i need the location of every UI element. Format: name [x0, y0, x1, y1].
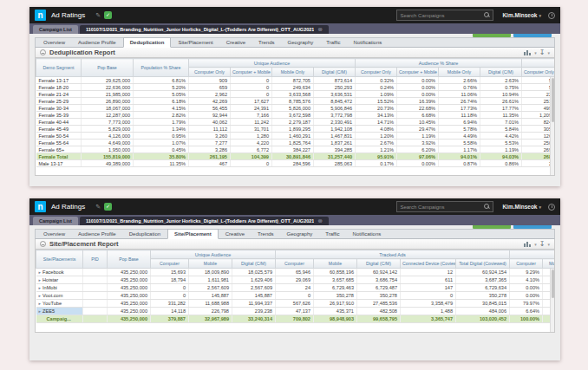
- column-header[interactable]: Pop Base: [108, 250, 151, 269]
- download-icon[interactable]: ↧: [539, 241, 546, 247]
- table-row[interactable]: Female 21-2421,985,0005.05%2,96203,633,5…: [36, 91, 556, 98]
- scrollbar-thumb[interactable]: [552, 269, 554, 298]
- tab-audience-profile[interactable]: Audience Profile: [72, 230, 122, 238]
- tab-notifications[interactable]: Notifications: [347, 230, 388, 238]
- column-header[interactable]: Site/Placements: [36, 250, 83, 269]
- table-row[interactable]: ▸ZEE5435,250,00014,118226,798239,23847,1…: [36, 308, 556, 315]
- table-row[interactable]: ▸InMobi435,250,00002,567,6092,567,609246…: [36, 284, 556, 292]
- nielsen-logo[interactable]: n: [35, 10, 46, 21]
- vertical-scrollbar[interactable]: [550, 77, 554, 175]
- shield-icon[interactable]: ✓: [104, 203, 112, 211]
- chart-icon[interactable]: [524, 49, 532, 55]
- table-row[interactable]: Female 40-447,773,0001.79%40,06211,2422,…: [36, 119, 556, 126]
- search-icon[interactable]: [484, 204, 490, 210]
- blue-chip[interactable]: [513, 225, 552, 229]
- column-header[interactable]: Demo Segment: [36, 59, 82, 77]
- expand-icon[interactable]: ▸: [39, 269, 42, 275]
- tab-deduplication[interactable]: Deduplication: [123, 37, 172, 48]
- campaign-list-tab[interactable]: Campaign List: [33, 217, 78, 225]
- expand-icon[interactable]: ▸: [39, 293, 42, 298]
- total-row[interactable]: Campaig...435,250,000379,88732,967,98933…: [36, 315, 556, 323]
- green-chip[interactable]: [473, 34, 511, 37]
- tab-traffic[interactable]: Traffic: [320, 38, 346, 47]
- download-menu-chevron-icon[interactable]: ▾: [547, 50, 550, 55]
- tab-geography[interactable]: Geography: [281, 230, 319, 238]
- column-header[interactable]: Computer + Mobile: [231, 68, 272, 77]
- column-header[interactable]: Computer Only: [522, 68, 555, 77]
- column-header[interactable]: Mobile Only: [272, 68, 314, 77]
- tab-creative[interactable]: Creative: [220, 38, 252, 47]
- tab-trends[interactable]: Trends: [252, 230, 279, 238]
- column-header[interactable]: Computer Only: [356, 68, 397, 77]
- column-header[interactable]: Digital (C/M): [232, 259, 276, 269]
- column-header[interactable]: Computer: [276, 259, 314, 269]
- campaign-tab[interactable]: 110107/1/2021_Branding_Nutrition_Junior …: [80, 217, 329, 225]
- table-row[interactable]: Female 45-495,829,0001.34%11,11231,7011,…: [36, 126, 556, 133]
- table-row[interactable]: Male 13-1749,389,00011.35%4670284,596285…: [36, 160, 556, 167]
- download-menu-chevron-icon[interactable]: ▾: [547, 242, 550, 247]
- table-row[interactable]: ▸Voot.com435,250,0000145,887145,8870350,…: [36, 292, 556, 300]
- table-row[interactable]: Female 65+1,950,0000.45%3,2866,772384,22…: [36, 146, 556, 153]
- column-header[interactable]: PID: [83, 250, 108, 269]
- expand-icon[interactable]: ▸: [39, 308, 42, 314]
- tab-traffic[interactable]: Traffic: [319, 230, 345, 238]
- column-header[interactable]: Digital (C/M): [357, 259, 401, 269]
- tab-site-placement[interactable]: Site/Placement: [167, 229, 219, 239]
- column-header[interactable]: Mobile Only: [439, 68, 480, 77]
- campaign-tab[interactable]: 110107/1/2021_Branding_Nutrition_Junior …: [80, 25, 329, 34]
- edit-icon[interactable]: ✎: [95, 12, 101, 19]
- search-icon[interactable]: [484, 12, 490, 18]
- table-row[interactable]: Female 55-644,649,0001.07%7,2774,2201,82…: [36, 140, 556, 146]
- search-input[interactable]: [400, 13, 482, 18]
- column-header[interactable]: Computer: [510, 259, 543, 269]
- chart-icon[interactable]: [524, 241, 532, 247]
- close-icon[interactable]: ⊗: [317, 217, 322, 225]
- column-header[interactable]: Total Digital (Coviewed): [456, 259, 510, 269]
- tab-creative[interactable]: Creative: [219, 230, 251, 238]
- table-row[interactable]: ▸Facebook435,250,00015,69318,009,89018,0…: [36, 269, 556, 276]
- user-menu[interactable]: Kim.Minseok ▾: [502, 12, 541, 18]
- collapse-icon[interactable]: [40, 241, 46, 247]
- tab-site-placement[interactable]: Site/Placement: [172, 38, 219, 47]
- tab-overview[interactable]: Overview: [37, 230, 71, 238]
- table-row[interactable]: Female 35-3912,287,0002.82%92,9447,1663,…: [36, 112, 556, 119]
- tab-notifications[interactable]: Notifications: [348, 38, 389, 47]
- total-row[interactable]: Female Total155,819,00035.80%261,195104,…: [36, 153, 556, 160]
- close-icon[interactable]: ⊗: [317, 25, 322, 34]
- column-header[interactable]: Mobile: [189, 259, 232, 269]
- table-row[interactable]: ▸YouTube435,250,000331,28211,688,98811,9…: [36, 300, 556, 308]
- search-input[interactable]: [400, 204, 482, 210]
- scrollbar-thumb[interactable]: [552, 78, 554, 122]
- table-row[interactable]: Female 13-1729,625,0006.81%9090872,70587…: [36, 77, 556, 84]
- column-header[interactable]: Mobile: [543, 259, 555, 269]
- column-header[interactable]: Digital (C/M): [314, 68, 356, 77]
- column-header[interactable]: Computer: [151, 259, 189, 269]
- blue-chip[interactable]: [513, 34, 552, 37]
- tab-audience-profile[interactable]: Audience Profile: [72, 38, 122, 47]
- column-header[interactable]: Connected Device (Coviewed): [401, 259, 456, 269]
- expand-icon[interactable]: ▸: [39, 285, 42, 290]
- expand-icon[interactable]: ▸: [39, 277, 42, 282]
- edit-icon[interactable]: ✎: [95, 204, 101, 211]
- expand-icon[interactable]: ▸: [39, 301, 42, 306]
- tab-geography[interactable]: Geography: [282, 38, 320, 47]
- user-menu[interactable]: Kim.Minseok ▾: [502, 204, 541, 210]
- table-row[interactable]: ▸Hotstar435,250,00018,7941,611,9811,629,…: [36, 276, 556, 284]
- tab-deduplication[interactable]: Deduplication: [123, 230, 167, 238]
- column-header[interactable]: Mobile: [314, 259, 357, 269]
- power-icon[interactable]: [548, 12, 555, 19]
- campaign-list-tab[interactable]: Campaign List: [33, 25, 78, 34]
- collapse-icon[interactable]: [40, 49, 46, 55]
- download-icon[interactable]: ↧: [539, 49, 546, 55]
- table-row[interactable]: Female 25-2926,890,0006.18%42,26917,6278…: [36, 98, 556, 105]
- table-row[interactable]: Female 30-3418,067,0004.15%56,45524,3915…: [36, 105, 556, 112]
- column-header[interactable]: Digital (C/M): [480, 68, 522, 77]
- power-icon[interactable]: [548, 204, 555, 211]
- chart-menu-chevron-icon[interactable]: ▾: [534, 50, 537, 55]
- green-chip[interactable]: [473, 225, 511, 229]
- column-header[interactable]: Population % Share: [134, 59, 189, 77]
- chart-menu-chevron-icon[interactable]: ▾: [534, 242, 537, 247]
- shield-icon[interactable]: ✓: [104, 11, 112, 19]
- vertical-scrollbar[interactable]: [550, 269, 554, 332]
- table-row[interactable]: Female 18-2022,636,0005.20%6590249,63425…: [36, 84, 556, 91]
